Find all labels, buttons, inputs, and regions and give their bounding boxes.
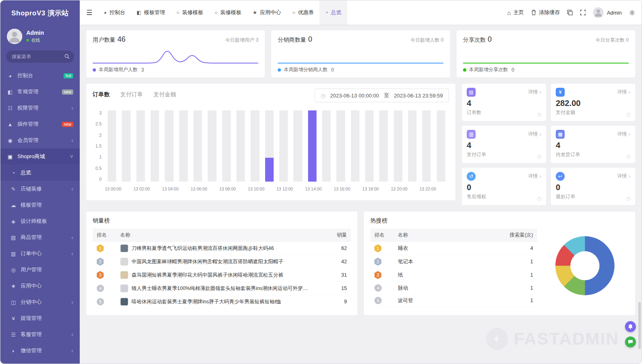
detail-link[interactable]: 详情› <box>528 89 541 95</box>
rank-cell: 4 <box>93 282 116 295</box>
sidebar-subitem[interactable]: ★应用中心 <box>0 278 80 294</box>
nav-tab[interactable]: ○装修模板 <box>171 0 209 25</box>
ship-pending-icon: ▦ <box>556 130 565 139</box>
sidebar-item[interactable]: ◕控制台hot <box>0 68 80 84</box>
column-search-count: 搜索量(次) <box>500 229 537 242</box>
fullscreen-icon[interactable] <box>580 10 586 15</box>
table-row: 5嘻哈休闲运动套装男士夏季潮牌ins胖子大码青少年男装短裤短袖t恤9 <box>93 295 351 309</box>
rank-badge: 1 <box>97 244 104 252</box>
clear-cache-button[interactable]: 清除缓存 <box>531 9 560 16</box>
sidebar-subitem[interactable]: ◎用户管理 <box>0 262 80 278</box>
sidebar-subitem[interactable]: ☰客服管理‹ <box>0 326 80 343</box>
template-manage-icon: ◧ <box>137 10 141 15</box>
mini-stat-card[interactable]: ▥详情›4支付订单◷ <box>462 126 546 163</box>
mini-stat-card[interactable]: ↩详情›0退款订单◷ <box>551 168 635 205</box>
settings-gear-icon[interactable] <box>629 10 635 16</box>
sidebar-item[interactable]: ☷权限管理‹ <box>0 100 80 116</box>
bar-slot <box>434 110 448 182</box>
detail-link[interactable]: 详情› <box>528 173 541 180</box>
nav-tab-label: 总览 <box>331 9 342 16</box>
sidebar-item[interactable]: ◧常规管理new <box>0 84 80 100</box>
week-stat-value: 3 <box>141 67 144 73</box>
sidebar-subitem[interactable]: ☁模板管理 <box>0 197 80 213</box>
nav-tab[interactable]: ◧模板管理 <box>131 0 171 25</box>
hot-search-body: 排名 名称 搜索量(次) 1睡衣42笔记本13纸14脉动15波司登1 <box>370 224 629 307</box>
x-axis-label <box>408 186 420 191</box>
sales-ranking-panel: 销量榜 排名 名称 销量 1刀锋男鞋夏季透气飞织运动鞋男潮流百搭休闲网面跑步鞋大… <box>86 212 357 315</box>
search-icon[interactable] <box>64 54 70 59</box>
x-axis-label: 13 20:00 <box>391 186 408 191</box>
sidebar-item[interactable]: ▣Shopro商城˅ <box>0 148 80 165</box>
chevron-icon: ‹ <box>71 299 73 305</box>
sidebar-subitem[interactable]: ✎店铺装修‹ <box>0 181 80 197</box>
table-row: 1刀锋男鞋夏季透气飞织运动鞋男潮流百搭休闲网面跑步鞋大码4662 <box>93 242 351 255</box>
chat-button[interactable] <box>625 336 636 347</box>
rank-badge: 4 <box>97 285 104 292</box>
copy-docs-icon[interactable] <box>567 10 573 15</box>
detail-link[interactable]: 详情› <box>528 131 541 138</box>
order-panel-tab[interactable]: 支付订单 <box>120 91 143 98</box>
rank-badge: 4 <box>374 284 382 292</box>
sidebar-item[interactable]: ◉会员管理‹ <box>0 132 80 148</box>
value-cell: 31 <box>314 269 351 282</box>
clock-icon: ◷ <box>626 112 630 117</box>
badge: new <box>62 89 73 95</box>
sidebar-subitem[interactable]: ◗微信管理‹ <box>0 343 80 359</box>
pay-order-icon: ▥ <box>467 130 476 139</box>
user-menu[interactable]: Admin <box>593 7 622 18</box>
metric-label: 支付金额 <box>556 109 630 116</box>
sidebar-item-label: 订单中心 <box>21 250 67 257</box>
chevron-right-icon: › <box>540 173 541 179</box>
sidebar-item[interactable]: ▲插件管理new <box>0 116 80 132</box>
nav-tab[interactable]: ◕控制台 <box>98 0 131 25</box>
sidebar-subitem[interactable]: ◔总览 <box>0 165 80 181</box>
search-input[interactable] <box>6 51 74 63</box>
table-row: 1睡衣4 <box>370 242 537 255</box>
sidebar-subitem[interactable]: ◫分销中心‹ <box>0 294 80 310</box>
detail-link[interactable]: 详情› <box>617 131 630 138</box>
mini-stat-grid: ▤详情›4订单数◷¥详情›282.00支付金额◷▥详情›4支付订单◷▦详情›4待… <box>462 84 635 205</box>
nav-tab[interactable]: ○优惠券 <box>287 0 319 25</box>
metric-label: 售后维权 <box>467 193 541 200</box>
panel-title: 销量榜 <box>93 217 351 224</box>
order-panel-tab[interactable]: 订单数 <box>93 91 110 98</box>
x-axis: 13 00:0013 02:0013 04:0013 06:0013 08:00… <box>105 186 448 191</box>
date-end-value: 2023-06-13 23:59:59 <box>394 93 443 99</box>
date-range-picker[interactable]: ◷ 2023-06-13 00:00:00 至 2023-06-13 23:59… <box>315 89 449 102</box>
avatar[interactable] <box>7 29 22 44</box>
sidebar-subitem[interactable]: ▥订单中心‹ <box>0 245 80 262</box>
nav-tab[interactable]: ○装修模板 <box>209 0 247 25</box>
mini-stat-card[interactable]: ↺详情›0售后维权◷ <box>462 168 546 205</box>
chevron-icon: ‹ <box>71 234 73 241</box>
product-name: 笔记本 <box>398 258 413 265</box>
mini-stat-card[interactable]: ▤详情›4订单数◷ <box>462 84 546 121</box>
sidebar-subitem[interactable]: ¥提现管理 <box>0 310 80 326</box>
sidebar-item-label: 总览 <box>21 169 73 176</box>
mini-stat-card[interactable]: ¥详情›282.00支付金额◷ <box>551 84 635 121</box>
stat-card-footer: 本周新增分销商人数0 <box>278 66 443 73</box>
nav-tab[interactable]: ◔总览 <box>319 0 347 25</box>
sidebar-subitem[interactable]: ▤商品管理‹ <box>0 229 80 245</box>
detail-link[interactable]: 详情› <box>617 173 630 180</box>
name-wrap: 纸 <box>398 272 496 279</box>
mini-stat-card[interactable]: ▦详情›4待发货订单◷ <box>551 126 635 163</box>
chevron-right-icon: › <box>629 173 630 179</box>
clear-cache-label: 清除缓存 <box>539 9 560 16</box>
order-panel-tab[interactable]: 支付金额 <box>153 91 176 98</box>
bar-slot <box>419 110 434 182</box>
sidebar-subitem[interactable]: ◈设计师模板 <box>0 213 80 229</box>
nav-tab-label: 装修模板 <box>220 9 241 16</box>
stat-card-header: 分享次数0今日分享次数 0 <box>463 35 629 44</box>
y-axis-label: 0.5 <box>96 166 102 171</box>
sidebar-item-label: 常规管理 <box>17 88 58 95</box>
hot-search-donut-chart <box>555 236 614 295</box>
nav-tab[interactable]: ★应用中心 <box>247 0 287 25</box>
table-row: 2笔记本1 <box>370 255 537 269</box>
bar-background <box>165 110 173 182</box>
detail-link[interactable]: 详情› <box>617 89 630 95</box>
hamburger-menu-icon[interactable]: ☰ <box>86 8 92 17</box>
app-title[interactable]: ShoproV3 演示站 <box>0 0 80 25</box>
notification-bell-button[interactable] <box>625 321 636 332</box>
home-button[interactable]: ⌂ 主页 <box>507 9 524 16</box>
scrollbar-thumb[interactable] <box>638 302 641 349</box>
